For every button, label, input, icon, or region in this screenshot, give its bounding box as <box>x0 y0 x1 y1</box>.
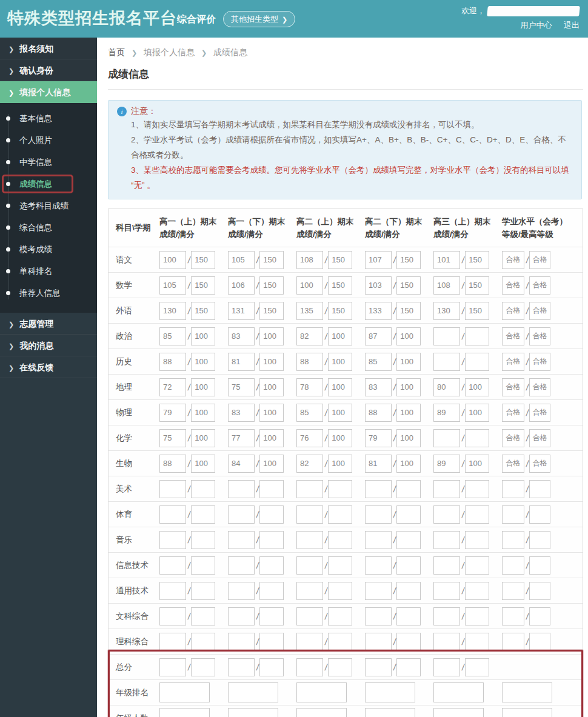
fullscore-input[interactable] <box>529 353 550 371</box>
fullscore-input[interactable] <box>259 251 284 269</box>
score-input[interactable] <box>365 531 392 549</box>
score-input[interactable] <box>433 505 460 524</box>
fullscore-input[interactable] <box>328 327 352 345</box>
fullscore-input[interactable] <box>529 251 550 269</box>
fullscore-input[interactable] <box>465 633 489 651</box>
score-input[interactable] <box>502 582 524 600</box>
sidebar-subitem-推荐人信息[interactable]: 推荐人信息 <box>0 282 97 304</box>
fullscore-input[interactable] <box>259 633 284 651</box>
score-input[interactable] <box>296 607 323 625</box>
rank-input[interactable] <box>365 682 415 702</box>
fullscore-input[interactable] <box>259 327 284 345</box>
sidebar-item-填报个人信息[interactable]: ❯填报个人信息 <box>0 81 97 103</box>
fullscore-input[interactable] <box>396 556 421 575</box>
breadcrumb-personal-info[interactable]: 填报个人信息 <box>144 47 195 57</box>
fullscore-input[interactable] <box>191 455 215 473</box>
score-input[interactable] <box>228 429 255 447</box>
fullscore-input[interactable] <box>259 556 284 575</box>
fullscore-input[interactable] <box>259 276 284 295</box>
fullscore-input[interactable] <box>396 251 421 269</box>
score-input[interactable] <box>502 505 524 524</box>
rank-input[interactable] <box>159 682 210 702</box>
score-input[interactable] <box>159 404 186 422</box>
fullscore-input[interactable] <box>328 480 352 498</box>
score-input[interactable] <box>159 378 186 396</box>
fullscore-input[interactable] <box>328 455 352 473</box>
score-input[interactable] <box>228 607 255 625</box>
fullscore-input[interactable] <box>465 531 489 549</box>
other-enroll-types-button[interactable]: 其他招生类型❯ <box>223 11 295 27</box>
rank-input[interactable] <box>228 708 278 717</box>
sidebar-subitem-选考科目成绩[interactable]: 选考科目成绩 <box>0 195 97 217</box>
fullscore-input[interactable] <box>396 327 421 345</box>
score-input[interactable] <box>228 302 255 320</box>
rank-input[interactable] <box>159 708 210 717</box>
score-input[interactable] <box>502 353 524 371</box>
fullscore-input[interactable] <box>259 531 284 549</box>
fullscore-input[interactable] <box>328 582 352 600</box>
score-input[interactable] <box>296 276 323 295</box>
score-input[interactable] <box>502 251 524 269</box>
score-input[interactable] <box>433 302 460 320</box>
score-input[interactable] <box>502 480 524 498</box>
score-input[interactable] <box>365 251 392 269</box>
score-input[interactable] <box>228 582 255 600</box>
score-input[interactable] <box>433 633 460 651</box>
fullscore-input[interactable] <box>191 404 215 422</box>
score-input[interactable] <box>433 276 460 295</box>
score-input[interactable] <box>159 353 186 371</box>
fullscore-input[interactable] <box>328 531 352 549</box>
score-input[interactable] <box>433 429 460 447</box>
fullscore-input[interactable] <box>396 531 421 549</box>
sidebar-subitem-模考成绩[interactable]: 模考成绩 <box>0 239 97 261</box>
score-input[interactable] <box>433 480 460 498</box>
score-input[interactable] <box>296 505 323 524</box>
score-input[interactable] <box>433 582 460 600</box>
score-input[interactable] <box>433 455 460 473</box>
score-input[interactable] <box>296 455 323 473</box>
sidebar-subitem-中学信息[interactable]: 中学信息 <box>0 152 97 173</box>
score-input[interactable] <box>433 378 460 396</box>
score-input[interactable] <box>296 353 323 371</box>
score-input[interactable] <box>228 531 255 549</box>
rank-input[interactable] <box>433 708 484 717</box>
score-input[interactable] <box>502 378 524 396</box>
fullscore-input[interactable] <box>259 658 284 676</box>
fullscore-input[interactable] <box>396 302 421 320</box>
score-input[interactable] <box>365 302 392 320</box>
fullscore-input[interactable] <box>191 607 215 625</box>
fullscore-input[interactable] <box>529 378 550 396</box>
fullscore-input[interactable] <box>529 480 550 498</box>
fullscore-input[interactable] <box>465 582 489 600</box>
score-input[interactable] <box>365 429 392 447</box>
sidebar-item-我的消息[interactable]: ❯我的消息 <box>0 335 97 356</box>
score-input[interactable] <box>433 251 460 269</box>
fullscore-input[interactable] <box>529 505 550 524</box>
fullscore-input[interactable] <box>259 455 284 473</box>
fullscore-input[interactable] <box>328 378 352 396</box>
fullscore-input[interactable] <box>328 429 352 447</box>
score-input[interactable] <box>433 327 460 345</box>
score-input[interactable] <box>365 658 392 676</box>
fullscore-input[interactable] <box>191 429 215 447</box>
fullscore-input[interactable] <box>328 404 352 422</box>
fullscore-input[interactable] <box>465 658 489 676</box>
score-input[interactable] <box>365 607 392 625</box>
score-input[interactable] <box>433 531 460 549</box>
rank-input[interactable] <box>502 708 552 717</box>
fullscore-input[interactable] <box>465 251 489 269</box>
score-input[interactable] <box>296 556 323 575</box>
score-input[interactable] <box>228 556 255 575</box>
fullscore-input[interactable] <box>465 404 489 422</box>
fullscore-input[interactable] <box>465 556 489 575</box>
score-input[interactable] <box>502 327 524 345</box>
fullscore-input[interactable] <box>191 327 215 345</box>
fullscore-input[interactable] <box>191 251 215 269</box>
fullscore-input[interactable] <box>465 327 489 345</box>
fullscore-input[interactable] <box>396 455 421 473</box>
rank-input[interactable] <box>365 708 415 717</box>
fullscore-input[interactable] <box>529 633 550 651</box>
score-input[interactable] <box>296 633 323 651</box>
fullscore-input[interactable] <box>529 455 550 473</box>
fullscore-input[interactable] <box>259 505 284 524</box>
